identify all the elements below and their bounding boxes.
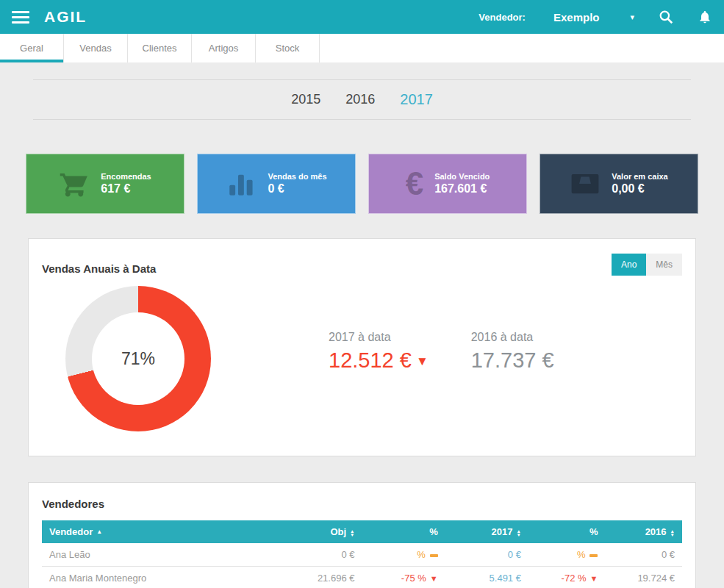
donut-chart: 71%	[65, 286, 211, 431]
vendor-obj: 0 €	[273, 543, 362, 567]
euro-icon: €	[406, 168, 423, 199]
trend-flat-icon	[589, 554, 598, 557]
card-value: 167.601 €	[434, 182, 490, 196]
card-valor-em-caixa[interactable]: Valor em caixa 0,00 €	[540, 154, 698, 214]
annual-sales-panel: Vendas Anuais à Data Ano Mês 71% 2017 à …	[28, 238, 696, 456]
vendor-select[interactable]: Exemplo	[553, 11, 600, 24]
vendor-pct-obj: %	[362, 543, 445, 567]
vendor-pct-prev: -72 %▼	[528, 567, 606, 588]
search-icon[interactable]	[658, 9, 674, 25]
vendors-table: Vendedor▲ Obj▲▼ % 2017▲▼ % 2016▲▼ Ana Le…	[42, 520, 682, 588]
vendor-2017: 5.491 €	[445, 567, 528, 588]
vendor-name: Ana Maria Montenegro	[42, 567, 273, 588]
tab-clientes[interactable]: Clientes	[128, 34, 192, 62]
bar-chart-icon	[226, 168, 257, 199]
col-obj[interactable]: Obj▲▼	[273, 520, 362, 543]
vendor-2016: 19.724 €	[605, 567, 682, 588]
card-saldo-vencido[interactable]: € Saldo Vencido 167.601 €	[368, 154, 527, 214]
vendor-pct-obj: -75 %▼	[362, 567, 445, 588]
trend-down-icon: ▼	[416, 354, 429, 368]
vendor-2017: 0 €	[445, 543, 528, 567]
app-header: AGIL Vendedor: Exemplo ▾	[0, 0, 724, 34]
menu-icon[interactable]	[12, 11, 29, 24]
vendor-2016: 0 €	[605, 543, 682, 567]
vendors-panel: Vendedores Vendedor▲ Obj▲▼ % 2017▲▼ % 20…	[28, 482, 696, 588]
period-toggle: Ano Mês	[612, 254, 682, 276]
table-header-row: Vendedor▲ Obj▲▼ % 2017▲▼ % 2016▲▼	[42, 520, 682, 543]
col-2016[interactable]: 2016▲▼	[605, 520, 682, 543]
metric-cards-row: Encomendas 617 € Vendas do mês 0 € € Sal…	[26, 154, 698, 214]
col-pct-obj[interactable]: %	[362, 520, 445, 543]
donut-percent-label: 71%	[121, 349, 155, 369]
col-2017[interactable]: 2017▲▼	[445, 520, 528, 543]
app-logo: AGIL	[44, 8, 87, 26]
cart-icon	[59, 168, 90, 199]
trend-down-icon: ▼	[590, 574, 598, 583]
previous-year-label: 2016 à data	[471, 331, 554, 344]
trend-down-icon: ▼	[430, 574, 438, 583]
bell-icon[interactable]	[698, 9, 712, 25]
card-label: Vendas do mês	[268, 172, 326, 181]
tab-vendas[interactable]: Vendas	[64, 34, 128, 62]
table-row[interactable]: Ana Maria Montenegro 21.696 € -75 %▼ 5.4…	[42, 567, 682, 588]
toggle-ano-button[interactable]: Ano	[612, 254, 646, 276]
chevron-down-icon[interactable]: ▾	[630, 12, 634, 22]
card-label: Saldo Vencido	[434, 172, 490, 181]
vendor-label: Vendedor:	[479, 12, 526, 23]
sort-asc-icon: ▲	[96, 528, 102, 535]
trend-flat-icon	[430, 554, 438, 557]
sales-values: 2017 à data 12.512 €▼ 2016 à data 17.737…	[329, 331, 554, 373]
card-label: Encomendas	[101, 172, 151, 181]
sales-panel-title: Vendas Anuais à Data	[42, 254, 156, 275]
tab-bar: Geral Vendas Clientes Artigos Stock	[0, 34, 724, 62]
year-2017[interactable]: 2017	[400, 91, 433, 108]
current-year-label: 2017 à data	[329, 331, 429, 344]
table-row[interactable]: Ana Leão 0 € % 0 € % 0 €	[42, 543, 682, 567]
sort-both-icon: ▲▼	[670, 529, 675, 537]
vendors-panel-title: Vendedores	[42, 498, 682, 510]
col-vendedor[interactable]: Vendedor▲	[42, 520, 273, 543]
sort-both-icon: ▲▼	[517, 529, 521, 537]
toggle-mes-button[interactable]: Mês	[646, 254, 682, 276]
card-encomendas[interactable]: Encomendas 617 €	[26, 154, 184, 214]
tab-geral[interactable]: Geral	[0, 34, 64, 62]
vendor-name: Ana Leão	[42, 543, 273, 567]
col-pct-prev[interactable]: %	[528, 520, 606, 543]
sort-both-icon: ▲▼	[350, 529, 354, 537]
previous-year-value: 17.737 €	[471, 348, 554, 373]
tab-artigos[interactable]: Artigos	[192, 34, 256, 62]
card-vendas-do-mes[interactable]: Vendas do mês 0 €	[197, 154, 356, 214]
card-value: 0,00 €	[612, 182, 667, 196]
tab-stock[interactable]: Stock	[256, 34, 320, 62]
card-value: 617 €	[101, 182, 151, 196]
vendor-pct-prev: %	[528, 543, 606, 567]
year-2016[interactable]: 2016	[345, 92, 375, 107]
current-year-value: 12.512 €▼	[329, 348, 429, 373]
cash-drawer-icon	[570, 168, 601, 199]
year-selector: 2015 2016 2017	[33, 79, 691, 120]
vendor-obj: 21.696 €	[273, 567, 362, 588]
year-2015[interactable]: 2015	[291, 92, 320, 107]
card-label: Valor em caixa	[612, 172, 667, 181]
card-value: 0 €	[268, 182, 326, 196]
